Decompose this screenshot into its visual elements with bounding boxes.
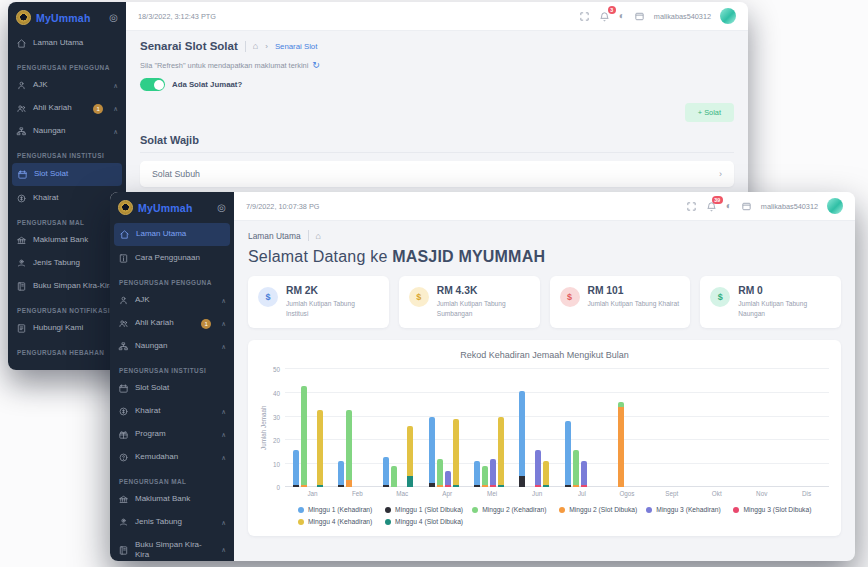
sidebar-item-laman-utama[interactable]: Laman Utama bbox=[8, 32, 126, 55]
collapse-caret-icon: ∧ bbox=[221, 408, 226, 416]
sidebar-item-maklumat-bank[interactable]: Maklumat Bank bbox=[110, 488, 234, 511]
bar-group-sept bbox=[648, 369, 693, 487]
legend-item[interactable]: Minggu 1 (Slot Dibuka) bbox=[385, 506, 472, 513]
y-tick-label: 10 bbox=[273, 461, 280, 468]
x-tick-label: Jun bbox=[515, 490, 560, 497]
program-icon bbox=[118, 429, 129, 440]
user-avatar[interactable] bbox=[720, 8, 736, 24]
bar-segment bbox=[437, 485, 443, 487]
bar-segment bbox=[543, 461, 549, 485]
sidebar-item-jenis-tabung[interactable]: Jenis Tabung∧ bbox=[110, 511, 234, 534]
bar-stack bbox=[490, 459, 496, 487]
sidebar-item-label: Laman Utama bbox=[136, 229, 186, 239]
stat-card: $RM 4.3KJumlah Kutipan Tabung Sumbangan bbox=[399, 276, 540, 328]
bar-group-okt bbox=[693, 369, 738, 487]
collapse-caret-icon: ∧ bbox=[221, 343, 226, 351]
theme-contrast-icon[interactable]: ◐ bbox=[726, 201, 732, 211]
sidebar-item-slot-solat[interactable]: Slot Solat bbox=[110, 377, 234, 400]
collapse-caret-icon: ∧ bbox=[221, 546, 226, 554]
sidebar-item-ahli-kariah[interactable]: Ahli Kariah1∧ bbox=[110, 312, 234, 335]
fullscreen-icon[interactable] bbox=[686, 201, 697, 212]
sidebar-item-ajk[interactable]: AJK∧ bbox=[110, 289, 234, 312]
legend-label: Minggu 4 (Kehadiran) bbox=[308, 518, 372, 525]
sidebar-item-naungan[interactable]: Naungan∧ bbox=[110, 335, 234, 358]
sidebar-item-khairat[interactable]: Khairat∧ bbox=[8, 187, 126, 210]
x-tick-label: Dis bbox=[784, 490, 829, 497]
bar-group-dis bbox=[784, 369, 829, 487]
sidebar-item-label: Ahli Kariah bbox=[33, 103, 72, 113]
legend-item[interactable]: Minggu 2 (Kehadiran) bbox=[472, 506, 559, 513]
legend-item[interactable]: Minggu 3 (Slot Dibuka) bbox=[733, 506, 820, 513]
legend-color-dot bbox=[385, 507, 391, 513]
sidebar-item-laman-utama[interactable]: Laman Utama bbox=[114, 223, 230, 246]
chart-title: Rekod Kehadiran Jemaah Mengikut Bulan bbox=[260, 350, 829, 360]
sidebar-item-jenis-tabung[interactable]: Jenis Tabung bbox=[8, 252, 126, 275]
notifications-bell-icon[interactable]: 39 bbox=[706, 201, 717, 212]
bar-segment bbox=[346, 480, 352, 487]
breadcrumb-link[interactable]: Senarai Slot bbox=[275, 42, 317, 51]
list-item-solat-subuh[interactable]: Solat Subuh › bbox=[140, 161, 734, 187]
refresh-icon[interactable]: ↻ bbox=[312, 60, 320, 70]
sidebar-item-label: Khairat bbox=[135, 406, 160, 416]
bar-segment bbox=[453, 419, 459, 485]
sidebar-item-slot-solat[interactable]: Slot Solat bbox=[12, 163, 122, 186]
bar-segment bbox=[293, 450, 299, 485]
sidebar-item-buku-simpan-kira-kira[interactable]: Buku Simpan Kira-Kira bbox=[8, 275, 126, 298]
fullscreen-icon[interactable] bbox=[579, 11, 590, 22]
username-label: malikabas540312 bbox=[654, 12, 711, 21]
sidebar-item-program[interactable]: Program∧ bbox=[110, 423, 234, 446]
sidebar-settings-icon[interactable]: ◎ bbox=[109, 12, 118, 23]
window-layout-icon[interactable] bbox=[634, 11, 645, 22]
question-icon bbox=[118, 452, 129, 463]
friday-prayer-toggle[interactable] bbox=[140, 78, 165, 91]
sidebar-item-ahli-kariah[interactable]: Ahli Kariah1∧ bbox=[8, 97, 126, 120]
sidebar-item-label: Naungan bbox=[135, 341, 167, 351]
main-area: 7/9/2022, 10:07:38 PG 39 ◐ malikabas5403… bbox=[234, 192, 855, 561]
sidebar-item-hubungi-kami[interactable]: Hubungi Kami bbox=[8, 317, 126, 340]
breadcrumb-home-icon[interactable]: ⌂ bbox=[316, 231, 321, 241]
sidebar-item-label: Buku Simpan Kira-Kira bbox=[33, 281, 114, 291]
sidebar-section-pengurusan-pengguna: PENGURUSAN PENGGUNA bbox=[110, 270, 234, 289]
x-tick-label: Ogos bbox=[604, 490, 649, 497]
stat-value: RM 0 bbox=[738, 285, 831, 296]
welcome-prefix: Selamat Datang ke bbox=[248, 248, 392, 265]
collapse-caret-icon: ∧ bbox=[113, 82, 118, 90]
stat-value: RM 101 bbox=[588, 285, 680, 296]
page-title: Senarai Slot Solat bbox=[140, 40, 238, 52]
user-avatar[interactable] bbox=[827, 198, 843, 214]
legend-color-dot bbox=[472, 507, 478, 513]
people-icon bbox=[16, 103, 27, 114]
legend-item[interactable]: Minggu 1 (Kehadiran) bbox=[298, 506, 385, 513]
legend-item[interactable]: Minggu 4 (Kehadiran) bbox=[298, 518, 385, 525]
sidebar-item-khairat[interactable]: Khairat∧ bbox=[110, 400, 234, 423]
add-solat-button[interactable]: + Solat bbox=[685, 103, 734, 122]
sidebar-item-kemudahan[interactable]: Kemudahan∧ bbox=[110, 446, 234, 469]
bar-segment bbox=[383, 485, 389, 487]
theme-contrast-icon[interactable]: ◐ bbox=[619, 11, 625, 21]
sidebar-item-maklumat-bank[interactable]: Maklumat Bank bbox=[8, 229, 126, 252]
notifications-bell-icon[interactable]: 3 bbox=[599, 11, 610, 22]
bar-segment bbox=[535, 450, 541, 485]
legend-item[interactable]: Minggu 4 (Slot Dibuka) bbox=[385, 518, 472, 525]
legend-item[interactable]: Minggu 3 (Kehadiran) bbox=[646, 506, 733, 513]
window-layout-icon[interactable] bbox=[741, 201, 752, 212]
sidebar-item-buku-simpan-kira-kira[interactable]: Buku Simpan Kira-Kira∧ bbox=[110, 534, 234, 561]
legend-color-dot bbox=[298, 519, 304, 525]
sidebar-item-ajk[interactable]: AJK∧ bbox=[8, 74, 126, 97]
legend-color-dot bbox=[298, 507, 304, 513]
legend-label: Minggu 2 (Kehadiran) bbox=[482, 506, 546, 513]
legend-label: Minggu 2 (Slot Dibuka) bbox=[569, 506, 637, 513]
bar-segment bbox=[346, 410, 352, 481]
breadcrumb-home-icon[interactable]: ⌂ bbox=[253, 41, 258, 51]
legend-label: Minggu 1 (Kehadiran) bbox=[308, 506, 372, 513]
sidebar-item-cara-penggunaan[interactable]: Cara Penggunaan bbox=[110, 247, 234, 270]
legend-item[interactable]: Minggu 2 (Slot Dibuka) bbox=[559, 506, 646, 513]
bar-segment bbox=[498, 485, 504, 487]
sidebar-section-pengurusan-mal: PENGURUSAN MAL bbox=[110, 469, 234, 488]
bar-segment bbox=[429, 417, 435, 483]
collapse-caret-icon: ∧ bbox=[221, 519, 226, 527]
app-logo-text: MyUmmah bbox=[36, 12, 104, 24]
sidebar-settings-icon[interactable]: ◎ bbox=[217, 202, 226, 213]
sidebar-item-naungan[interactable]: Naungan∧ bbox=[8, 120, 126, 143]
bar-stack bbox=[429, 417, 435, 488]
